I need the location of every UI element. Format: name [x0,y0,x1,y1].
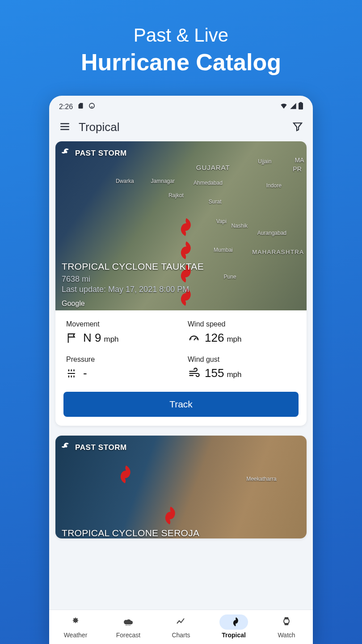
phone-frame: 2:26 Tropical GUJARAT Ahmedabad Dwarka J… [49,96,313,644]
nav-charts[interactable]: Charts [155,610,207,644]
cell-signal-icon [290,102,297,111]
stat-wind-speed: Wind speed 126 mph [188,320,296,345]
cyclone-marker-icon [171,215,193,237]
track-button[interactable]: Track [63,392,299,417]
nav-label: Tropical [222,631,246,639]
geo-label: Ahmedabad [194,180,223,186]
storm-map[interactable]: Meekatharra PAST STORM TROPICAL CYCLONE … [55,436,307,538]
cyclone-marker-icon [111,462,132,484]
cyclone-track [111,462,177,525]
storm-name: TROPICAL CYCLONE SEROJA [62,528,300,538]
geo-label: PR [293,165,301,173]
storm-map[interactable]: GUJARAT Ahmedabad Dwarka Jamnagar Rajkot… [55,141,307,310]
geo-label: Dwarka [116,178,134,184]
status-time: 2:26 [59,103,73,111]
stat-pressure: Pressure - [66,356,174,380]
geo-label: Mumbai [214,247,233,253]
bottom-nav: Weather Forecast Charts Tropical Watch [49,610,313,644]
storm-distance: 7638 mi [62,275,300,284]
storm-badge: PAST STORM [75,149,127,158]
stat-value: - [83,366,87,380]
stat-value: 155 [205,366,224,380]
promo-line1: Past & Live [81,25,281,46]
flag-icon [66,332,79,344]
svg-point-0 [89,103,94,108]
geo-label: GUJARAT [196,164,230,171]
stat-label: Pressure [66,356,174,364]
pressure-icon [66,367,79,380]
geo-label: Surat [209,199,222,205]
nav-tropical[interactable]: Tropical [207,610,260,644]
svg-rect-1 [299,103,303,110]
stat-movement: Movement N 9 mph [66,320,174,345]
storm-badge: PAST STORM [75,443,127,452]
geo-label: Vapi [216,218,227,225]
geo-label: Ujjain [258,158,271,165]
battery-icon [299,102,303,111]
stat-label: Movement [66,320,174,328]
status-bar: 2:26 [49,96,313,116]
watch-icon [281,616,292,628]
gauge-icon [188,332,200,344]
geo-label: Aurangabad [257,230,286,236]
stat-label: Wind speed [188,320,296,328]
geo-label: MA [295,157,304,164]
nav-watch[interactable]: Watch [260,610,313,644]
stat-unit: mph [104,335,118,344]
nav-forecast[interactable]: Forecast [102,610,155,644]
nav-label: Forecast [116,631,140,639]
storm-last-update: Last update: May 17, 2021 8:00 PM [62,285,300,294]
cyclone-marker-icon [156,504,177,525]
stat-value: 126 [205,331,224,345]
svg-point-4 [65,445,67,448]
geo-label: Jamnagar [151,178,175,184]
sun-icon [70,616,81,628]
svg-point-3 [65,151,67,153]
scroll-area[interactable]: GUJARAT Ahmedabad Dwarka Jamnagar Rajkot… [49,141,313,610]
stat-unit: mph [227,335,241,344]
storm-info-overlay: TROPICAL CYCLONE SEROJA [62,524,300,538]
storm-card[interactable]: Meekatharra PAST STORM TROPICAL CYCLONE … [55,436,307,538]
stat-label: Wind gust [188,356,296,364]
cyclone-icon [62,148,71,159]
map-attribution: Google [62,300,85,308]
cyclone-icon [62,442,71,453]
storm-info-overlay: TROPICAL CYCLONE TAUKTAE 7638 mi Last up… [62,258,300,298]
geo-label: Meekatharra [246,476,276,482]
wind-icon [188,367,200,380]
storm-stats: Movement N 9 mph Wind speed 126 mph [55,310,307,387]
storm-name: TROPICAL CYCLONE TAUKTAE [62,261,300,272]
geo-label: Indore [266,182,282,189]
promo-header: Past & Live Hurricane Catalog [81,0,281,76]
stat-unit: mph [227,370,241,379]
cyclone-marker-icon [171,238,193,260]
chart-line-icon [176,616,186,628]
app-header: Tropical [49,116,313,141]
sd-card-icon [77,102,84,111]
stat-value: N 9 [83,331,101,345]
nav-label: Charts [172,631,190,639]
stat-wind-gust: Wind gust 155 mph [188,356,296,380]
wifi-icon [280,102,288,111]
filter-icon[interactable] [292,121,303,134]
geo-label: Nashik [231,223,248,229]
hurricane-icon [228,616,239,628]
nav-label: Watch [278,631,295,639]
geo-label: MAHARASHTRA [252,249,304,255]
nav-weather[interactable]: Weather [49,610,102,644]
menu-icon[interactable] [59,121,71,134]
face-icon [88,102,95,111]
nav-label: Weather [64,631,88,639]
page-title: Tropical [79,120,120,134]
storm-card[interactable]: GUJARAT Ahmedabad Dwarka Jamnagar Rajkot… [55,141,307,426]
cloud-rain-icon [123,616,134,628]
svg-rect-2 [300,102,302,103]
promo-line2: Hurricane Catalog [81,49,281,76]
geo-label: Rajkot [168,192,184,199]
